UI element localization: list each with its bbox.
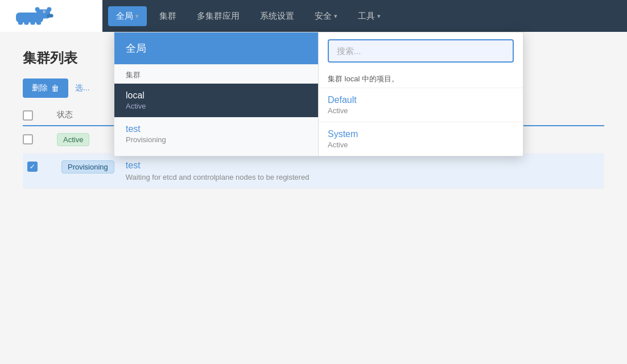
svg-rect-4 [47, 14, 53, 17]
arrow-right-icon [310, 93, 318, 109]
cluster-name-local: local [126, 90, 307, 101]
nav-item-xitongshezhi[interactable]: 系统设置 [252, 6, 302, 26]
cluster-section-label: 集群 [114, 64, 318, 84]
nav-items: 全局 ▾ 集群 多集群应用 系统设置 安全 ▾ 工具 ▾ [108, 6, 389, 26]
dropdown-right-panel: 集群 local 中的项目。 Default Active System Act… [319, 32, 523, 156]
cluster-item-local[interactable]: local Active [114, 84, 318, 117]
project-item-system[interactable]: System Active [319, 122, 523, 156]
project-status-default: Active [328, 106, 514, 115]
svg-rect-8 [24, 20, 28, 25]
logo-area [0, 0, 102, 32]
cluster-name-test: test [126, 124, 307, 134]
row2-checkbox[interactable] [27, 162, 38, 172]
svg-point-6 [44, 11, 45, 12]
chevron-down-icon-security: ▾ [334, 13, 337, 20]
cluster-item-test[interactable]: test Provisioning [114, 117, 318, 151]
dropdown-left-panel: 全局 集群 local Active test Provisioning [114, 32, 319, 156]
cluster-status-local: Active [126, 102, 307, 110]
select-all-checkbox[interactable] [23, 110, 33, 121]
nav-item-quanju[interactable]: 全局 ▾ [108, 6, 147, 26]
chevron-down-icon-tools: ▾ [377, 13, 381, 20]
status-badge: Active [57, 133, 89, 146]
chevron-down-icon: ▾ [135, 13, 139, 20]
row1-checkbox[interactable] [23, 134, 33, 144]
project-name-system: System [328, 129, 514, 139]
nav-item-anquan[interactable]: 安全 ▾ [307, 6, 345, 26]
delete-button[interactable]: 删除 🗑 [23, 78, 68, 98]
search-wrapper [319, 32, 523, 69]
nav-item-jiqun[interactable]: 集群 [151, 6, 184, 26]
project-item-default[interactable]: Default Active [319, 88, 523, 122]
trash-icon: 🗑 [51, 84, 59, 93]
nav-item-gongju[interactable]: 工具 ▾ [350, 6, 389, 26]
project-name-default: Default [328, 95, 514, 105]
status-badge: Provisioning [61, 160, 114, 173]
svg-point-3 [47, 7, 51, 11]
nav-item-duojiqun[interactable]: 多集群应用 [189, 6, 248, 26]
search-input[interactable] [328, 39, 514, 63]
dropdown-header[interactable]: 全局 [114, 32, 318, 64]
dropdown-overlay: 全局 集群 local Active test Provisioning 集群 … [114, 32, 523, 156]
topnav: 全局 ▾ 集群 多集群应用 系统设置 安全 ▾ 工具 ▾ [0, 0, 627, 32]
row-detail: Waiting for etcd and controlplane nodes … [126, 173, 310, 181]
svg-rect-7 [18, 20, 23, 25]
right-section-label: 集群 local 中的项目。 [319, 69, 523, 88]
toolbar-extra: 选... [75, 83, 90, 93]
rancher-logo [11, 6, 57, 26]
svg-rect-10 [36, 20, 41, 25]
project-status-system: Active [328, 140, 514, 149]
cluster-name[interactable]: test [126, 160, 141, 170]
svg-point-2 [35, 7, 40, 11]
table-row: Provisioning test Waiting for etcd and c… [23, 154, 604, 189]
svg-rect-9 [31, 20, 35, 25]
cluster-status-test: Provisioning [126, 135, 307, 144]
